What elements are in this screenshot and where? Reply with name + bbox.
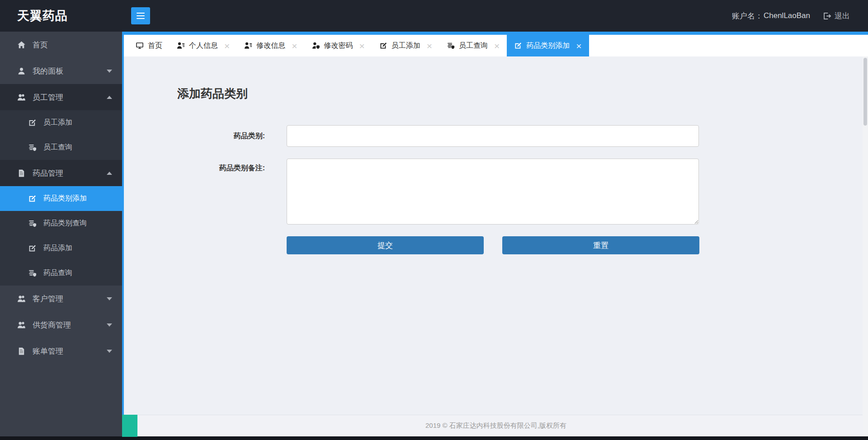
edit-icon [379, 42, 387, 50]
bottom-strip [0, 436, 868, 440]
close-icon[interactable]: × [292, 41, 297, 51]
logout-label: 退出 [835, 11, 850, 21]
users-icon [17, 295, 26, 303]
sidebar-item-label: 药品添加 [43, 243, 72, 253]
copyright-text: 2019 © 石家庄达内科技股份有限公司,版权所有 [425, 421, 566, 430]
submit-button[interactable]: 提交 [287, 236, 484, 254]
user-lines-icon [244, 42, 252, 50]
tab-drug-category-add[interactable]: 药品类别添加 × [507, 35, 589, 56]
remarks-label: 药品类别备注: [177, 159, 287, 225]
list-icon [28, 269, 37, 277]
page-title: 添加药品类别 [177, 87, 868, 100]
account-label: 账户名： [732, 11, 763, 21]
account-info: 账户名： ChenlLaoBan [732, 11, 810, 21]
form-row-category: 药品类别: [177, 125, 868, 147]
page-footer: 2019 © 石家庄达内科技股份有限公司,版权所有 [124, 415, 868, 436]
sidebar-item-drug-query[interactable]: 药品查询 [0, 261, 122, 286]
form-row-remarks: 药品类别备注: [177, 159, 868, 225]
sidebar-item-label: 供货商管理 [33, 320, 71, 330]
tab-modify-info[interactable]: 修改信息 × [237, 35, 304, 56]
close-icon[interactable]: × [224, 41, 230, 51]
user-shield-icon [312, 42, 320, 50]
sidebar-item-label: 员工添加 [43, 118, 72, 127]
tab-label: 修改信息 [256, 41, 285, 51]
tab-bar: 首页 个人信息 × 修改信息 × 修改密码 × 员工添加 × 员工查询 × 药品… [124, 35, 868, 56]
sidebar-item-label: 药品管理 [33, 168, 63, 178]
close-icon[interactable]: × [494, 41, 500, 51]
caret-down-icon [107, 323, 112, 327]
caret-up-icon [107, 96, 112, 99]
home-icon [17, 41, 26, 49]
form-actions: 提交 重置 [287, 236, 868, 254]
reset-button[interactable]: 重置 [502, 236, 699, 254]
tab-label: 员工添加 [392, 41, 420, 51]
top-header: 天翼药品 账户名： ChenlLaoBan 退出 [0, 0, 868, 32]
sidebar-item-supplier-management[interactable]: 供货商管理 [0, 312, 122, 338]
category-input[interactable] [287, 125, 699, 147]
file-icon [17, 169, 26, 178]
main-area: 首页 个人信息 × 修改信息 × 修改密码 × 员工添加 × 员工查询 × 药品… [122, 32, 868, 436]
close-icon[interactable]: × [427, 41, 432, 51]
content-panel: 添加药品类别 药品类别: 药品类别备注: 提交 重置 [124, 56, 868, 415]
vertical-scrollbar[interactable] [863, 56, 868, 436]
sidebar-item-employee-query[interactable]: 员工查询 [0, 135, 122, 160]
sidebar-item-drug-category-query[interactable]: 药品类别查询 [0, 211, 122, 236]
scrollbar-thumb[interactable] [863, 58, 867, 126]
desktop-icon [136, 42, 144, 50]
hamburger-icon [137, 13, 145, 14]
footer-accent [122, 415, 137, 437]
users-icon [17, 321, 26, 329]
sidebar-item-home[interactable]: 首页 [0, 32, 122, 58]
account-name: ChenlLaoBan [764, 11, 810, 20]
sidebar-item-drug-category-add[interactable]: 药品类别添加 [0, 186, 122, 211]
sidebar-item-label: 账单管理 [33, 346, 63, 356]
tab-home[interactable]: 首页 [128, 35, 170, 56]
user-icon [17, 67, 26, 75]
list-icon [447, 42, 455, 50]
close-icon[interactable]: × [359, 41, 365, 51]
edit-icon [514, 42, 522, 50]
logout-button[interactable]: 退出 [823, 11, 850, 21]
sidebar-item-label: 药品类别查询 [43, 219, 87, 228]
sidebar-item-drug-add[interactable]: 药品添加 [0, 236, 122, 261]
app-shell: 首页 我的面板 员工管理 员工添加 员工查询 药品管理 药品类别添加 药品类别查… [0, 32, 868, 436]
users-icon [17, 93, 26, 102]
caret-down-icon [107, 297, 112, 300]
remarks-textarea[interactable] [287, 159, 699, 225]
edit-icon [28, 244, 37, 253]
caret-down-icon [107, 70, 112, 73]
sidebar-item-label: 首页 [33, 40, 48, 50]
sidebar-menu: 首页 我的面板 员工管理 员工添加 员工查询 药品管理 药品类别添加 药品类别查… [0, 32, 122, 436]
app-logo: 天翼药品 [0, 8, 122, 24]
sidebar-item-label: 客户管理 [33, 294, 63, 304]
edit-icon [28, 194, 37, 203]
sidebar-item-bill-management[interactable]: 账单管理 [0, 338, 122, 364]
list-icon [28, 219, 37, 228]
sidebar-item-label: 药品类别添加 [43, 194, 87, 203]
tab-personal-info[interactable]: 个人信息 × [170, 35, 237, 56]
tab-label: 个人信息 [189, 41, 218, 51]
sidebar-item-label: 药品查询 [43, 268, 72, 278]
tab-employee-add[interactable]: 员工添加 × [372, 35, 439, 56]
sidebar-item-drug-management[interactable]: 药品管理 [0, 160, 122, 186]
close-icon[interactable]: × [576, 41, 581, 51]
sidebar-item-label: 员工管理 [33, 92, 63, 103]
tab-label: 员工查询 [459, 41, 488, 51]
sidebar-item-employee-add[interactable]: 员工添加 [0, 110, 122, 135]
edit-icon [28, 118, 37, 127]
logout-icon [823, 12, 831, 20]
sidebar-item-employee-management[interactable]: 员工管理 [0, 84, 122, 110]
caret-up-icon [107, 172, 112, 175]
tab-employee-query[interactable]: 员工查询 × [439, 35, 507, 56]
tab-label: 首页 [148, 41, 162, 51]
tab-label: 药品类别添加 [526, 41, 570, 51]
category-label: 药品类别: [177, 125, 287, 147]
file-icon [17, 347, 26, 356]
tab-modify-password[interactable]: 修改密码 × [305, 35, 372, 56]
sidebar-item-my-panel[interactable]: 我的面板 [0, 58, 122, 84]
sidebar-toggle-button[interactable] [131, 7, 150, 24]
user-lines-icon [177, 42, 185, 50]
sidebar-item-customer-management[interactable]: 客户管理 [0, 286, 122, 312]
caret-down-icon [107, 350, 112, 353]
list-icon [28, 143, 37, 152]
